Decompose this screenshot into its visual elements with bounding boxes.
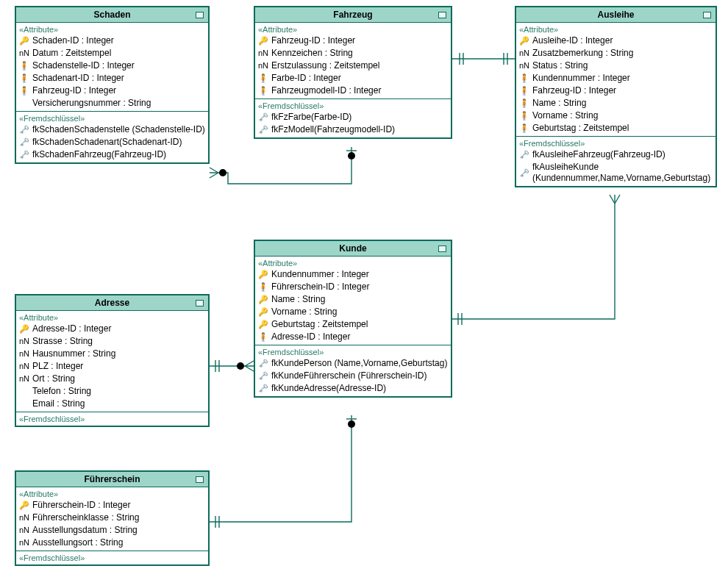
rel-schaden-fahrzeug bbox=[210, 146, 357, 190]
attr-row: 🔑Geburtstag : Zeitstempel bbox=[258, 318, 448, 331]
entity-box-icon bbox=[196, 476, 204, 483]
entity-box-icon bbox=[196, 12, 204, 18]
notnull-icon: nN bbox=[258, 48, 268, 59]
svg-point-7 bbox=[219, 169, 226, 176]
pk-icon: 🔑 bbox=[258, 269, 268, 280]
attr-row: nNAusstellungsdatum : String bbox=[19, 524, 205, 537]
fk-icon: 🧍 bbox=[258, 85, 268, 96]
stereotype-attr: «Attribute» bbox=[258, 258, 448, 268]
fk-row: 🗝️fkSchadenSchadenstelle (Schadenstelle-… bbox=[19, 123, 205, 136]
attr-row: 🧍Schadenart-ID : Integer bbox=[19, 72, 205, 85]
attr-section: «Attribute» 🔑Schaden-ID : Integer nNDatu… bbox=[16, 23, 208, 112]
stereotype-attr: «Attribute» bbox=[19, 489, 205, 499]
notnull-icon: nN bbox=[19, 348, 29, 359]
notnull-icon: nN bbox=[19, 361, 29, 372]
entity-schaden[interactable]: Schaden «Attribute» 🔑Schaden-ID : Intege… bbox=[15, 6, 210, 164]
attr-row: 🔑Kundennummer : Integer bbox=[258, 268, 448, 281]
svg-point-8 bbox=[348, 152, 355, 159]
attr-row: nNPLZ : Integer bbox=[19, 360, 205, 373]
attr-row: 🧍Name : String bbox=[519, 97, 713, 110]
attr-row: nNStatus : String bbox=[519, 60, 713, 72]
attr-row: nNDatum : Zeitstempel bbox=[19, 47, 205, 60]
pk-icon: 🔑 bbox=[519, 35, 529, 46]
entity-adresse[interactable]: Adresse «Attribute» 🔑Adresse-ID : Intege… bbox=[15, 294, 210, 427]
svg-point-22 bbox=[348, 420, 355, 428]
pk-icon: 🔑 bbox=[258, 319, 268, 330]
entity-title: Führerschein bbox=[16, 472, 208, 487]
attr-section: «Attribute» 🔑Kundennummer : Integer 🧍Füh… bbox=[255, 257, 451, 345]
attr-row: nNErstzulassung : Zeitstempel bbox=[258, 60, 448, 72]
entity-box-icon bbox=[703, 12, 711, 18]
fk-row: 🗝️fkFzFarbe(Farbe-ID) bbox=[258, 111, 448, 123]
attr-row: 🧍Fahrzeug-ID : Integer bbox=[19, 85, 205, 97]
attr-row: 🧍Fahrzeug-ID : Integer bbox=[519, 85, 713, 97]
fkkey-icon: 🗝️ bbox=[258, 370, 268, 381]
fk-row: 🗝️fkAusleiheFahrzeug(Fahrzeug-ID) bbox=[519, 148, 713, 161]
attr-row: 🧍Fahrzeugmodell-ID : Integer bbox=[258, 85, 448, 97]
stereotype-attr: «Attribute» bbox=[19, 24, 205, 35]
attr-row: nNZusatzbemerkung : String bbox=[519, 47, 713, 60]
fk-section: «Fremdschlüssel» 🗝️fkKundePerson (Name,V… bbox=[255, 345, 451, 396]
stereotype-fk: «Fremdschlüssel» bbox=[258, 347, 448, 357]
stereotype-attr: «Attribute» bbox=[519, 24, 713, 35]
pk-icon: 🔑 bbox=[19, 500, 29, 511]
attr-row: 🔑Adresse-ID : Integer bbox=[19, 323, 205, 335]
entity-fuehrerschein[interactable]: Führerschein «Attribute» 🔑Führerschein-I… bbox=[15, 470, 210, 566]
pk-icon: 🔑 bbox=[258, 306, 268, 318]
fk-row: 🗝️fkSchadenFahrzeug(Fahrzeug-ID) bbox=[19, 148, 205, 161]
attr-row: nNAusstellungsort : String bbox=[19, 537, 205, 549]
svg-line-11 bbox=[615, 195, 620, 204]
attr-row: 🔑Führerschein-ID : Integer bbox=[19, 499, 205, 512]
attr-row: 🔑Ausleihe-ID : Integer bbox=[519, 35, 713, 47]
attr-row: nNKennzeichen : String bbox=[258, 47, 448, 60]
fk-row: 🗝️fkSchadenSchadenart(Schadenart-ID) bbox=[19, 136, 205, 148]
entity-title: Ausleihe bbox=[516, 7, 715, 23]
pk-icon: 🔑 bbox=[19, 323, 29, 334]
attr-row: Versicherungsnummer : String bbox=[19, 97, 205, 110]
entity-fahrzeug[interactable]: Fahrzeug «Attribute» 🔑Fahrzeug-ID : Inte… bbox=[254, 6, 452, 139]
attr-row: 🧍Farbe-ID : Integer bbox=[258, 72, 448, 85]
attr-row: Email : String bbox=[19, 398, 205, 410]
entity-box-icon bbox=[438, 245, 446, 252]
fkkey-icon: 🗝️ bbox=[19, 137, 29, 148]
stereotype-attr: «Attribute» bbox=[19, 312, 205, 323]
stereotype-fk: «Fremdschlüssel» bbox=[19, 113, 205, 123]
fk-section: «Fremdschlüssel» 🗝️fkFzFarbe(Farbe-ID) 🗝… bbox=[255, 99, 451, 137]
notnull-icon: nN bbox=[519, 60, 529, 71]
svg-line-5 bbox=[210, 168, 218, 173]
fkkey-icon: 🗝️ bbox=[258, 112, 268, 123]
notnull-icon: nN bbox=[19, 336, 29, 347]
stereotype-fk: «Fremdschlüssel» bbox=[519, 138, 713, 148]
pk-icon: 🔑 bbox=[258, 35, 268, 46]
fkkey-icon: 🗝️ bbox=[258, 383, 268, 394]
fkkey-icon: 🗝️ bbox=[258, 124, 268, 135]
svg-line-6 bbox=[210, 173, 218, 178]
fk-section: «Fremdschlüssel» bbox=[16, 551, 208, 564]
er-diagram-canvas: Schaden «Attribute» 🔑Schaden-ID : Intege… bbox=[0, 0, 728, 588]
notnull-icon: nN bbox=[258, 60, 268, 71]
fk-row: 🗝️fkKundePerson (Name,Vorname,Geburtstag… bbox=[258, 357, 448, 370]
svg-line-10 bbox=[610, 195, 615, 204]
attr-section: «Attribute» 🔑Führerschein-ID : Integer n… bbox=[16, 487, 208, 551]
fk-icon: 🧍 bbox=[19, 73, 29, 84]
fk-row: 🗝️fkFzModell(Fahrzeugmodell-ID) bbox=[258, 123, 448, 136]
svg-point-19 bbox=[237, 362, 244, 370]
entity-ausleihe[interactable]: Ausleihe «Attribute» 🔑Ausleihe-ID : Inte… bbox=[515, 6, 717, 187]
attr-row: 🔑Fahrzeug-ID : Integer bbox=[258, 35, 448, 47]
pk-icon: 🔑 bbox=[19, 35, 29, 46]
attr-row: nNFührerscheinklasse : String bbox=[19, 512, 205, 524]
attr-row: 🧍Geburtstag : Zeitstempel bbox=[519, 122, 713, 135]
fk-icon: 🧍 bbox=[258, 331, 268, 343]
svg-line-18 bbox=[245, 366, 254, 371]
fk-section: «Fremdschlüssel» 🗝️fkAusleiheFahrzeug(Fa… bbox=[516, 137, 715, 186]
stereotype-fk: «Fremdschlüssel» bbox=[258, 101, 448, 111]
fk-row: 🗝️fkKundeFührerschein (Führerschein-ID) bbox=[258, 370, 448, 382]
fk-icon: 🧍 bbox=[258, 73, 268, 84]
entity-kunde[interactable]: Kunde «Attribute» 🔑Kundennummer : Intege… bbox=[254, 240, 452, 398]
stereotype-fk: «Fremdschlüssel» bbox=[19, 553, 205, 563]
attr-row: 🔑Name : String bbox=[258, 293, 448, 306]
notnull-icon: nN bbox=[519, 48, 529, 59]
stereotype-fk: «Fremdschlüssel» bbox=[19, 414, 205, 424]
fkkey-icon: 🗝️ bbox=[19, 149, 29, 160]
attr-row: 🧍Führerschein-ID : Integer bbox=[258, 281, 448, 293]
